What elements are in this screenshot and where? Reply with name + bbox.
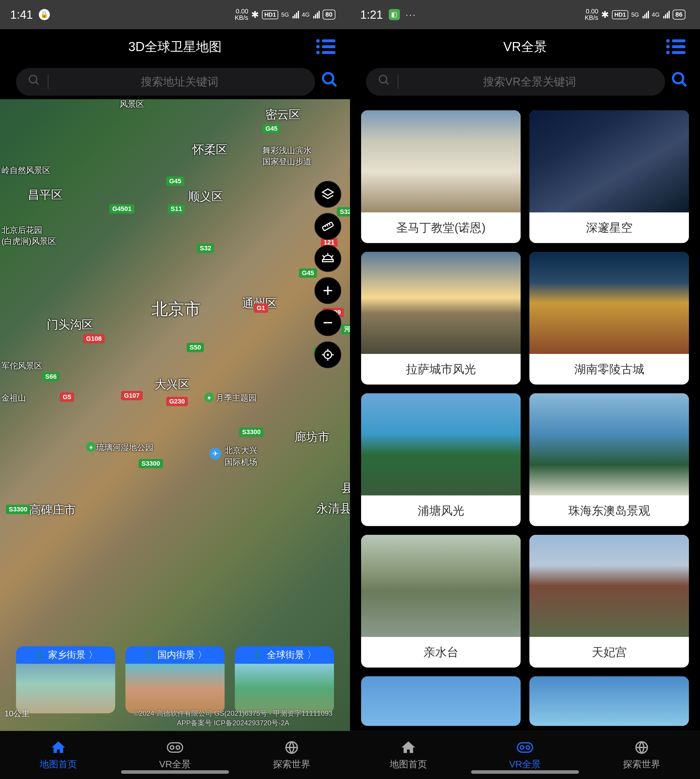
vr-card[interactable]: 浦塘风光 — [361, 393, 521, 526]
hd-icon: HD1 — [612, 10, 628, 19]
app-badge-icon: ◧ — [389, 9, 400, 20]
bluetooth-icon: ✱ — [251, 9, 259, 20]
magnify-icon — [378, 74, 390, 90]
person-pin-icon: 👤 — [252, 649, 264, 661]
svg-point-2 — [323, 73, 333, 83]
vr-card-label: 天妃宫 — [529, 637, 689, 667]
home-indicator[interactable] — [471, 770, 579, 774]
svg-rect-22 — [167, 743, 183, 752]
search-input[interactable]: 搜索地址关键词 — [16, 68, 315, 96]
airport-icon: ✈ — [209, 448, 221, 460]
svg-point-23 — [170, 746, 174, 749]
vr-card[interactable] — [361, 676, 521, 726]
svg-line-29 — [682, 82, 686, 86]
vr-grid[interactable]: 圣马丁教堂(诺恩)深邃星空拉萨城市风光湖南零陵古城浦塘风光珠海东澳岛景观亲水台天… — [350, 99, 700, 731]
page-title: VR全景 — [503, 38, 547, 55]
home-icon — [400, 739, 417, 756]
vr-card-label: 亲水台 — [361, 637, 521, 667]
svg-point-17 — [327, 354, 328, 355]
road-badge: G1 — [254, 304, 268, 313]
chevron-right-icon: 〉 — [307, 649, 317, 661]
road-badge: G4501 — [109, 204, 135, 214]
search-row-right: 搜索VR全景关键词 — [350, 64, 700, 99]
hd-icon: HD1 — [262, 10, 278, 19]
vr-card[interactable] — [529, 676, 689, 726]
svg-line-7 — [327, 225, 328, 227]
map-place-label: 国家登山步道 — [262, 156, 312, 167]
bluetooth-icon: ✱ — [601, 9, 609, 20]
zoom-out-button[interactable] — [314, 309, 341, 336]
layers-button[interactable] — [314, 181, 341, 208]
road-badge: S66 — [42, 372, 60, 381]
nav-explore[interactable]: 探索世界 — [233, 731, 350, 779]
magnify-icon — [28, 74, 40, 90]
road-badge: 河 — [341, 324, 350, 334]
search-placeholder: 搜索地址关键词 — [56, 74, 303, 89]
person-pin-icon: 👤 — [143, 649, 155, 661]
vr-card[interactable]: 深邃星空 — [529, 110, 689, 243]
status-bar-right: 1:21 ◧ ··· 0.00KB/s ✱ HD1 5G 4G 86 — [350, 0, 700, 29]
vr-card[interactable]: 湖南零陵古城 — [529, 252, 689, 385]
vr-thumbnail — [361, 676, 521, 726]
status-kbs: 0.00KB/s — [585, 8, 598, 21]
vr-card[interactable]: 天妃宫 — [529, 535, 689, 667]
svg-point-32 — [526, 746, 530, 749]
home-indicator[interactable] — [121, 770, 229, 774]
menu-list-icon[interactable] — [316, 39, 335, 54]
map-canvas[interactable]: 风景区密云区怀柔区舞彩浅山滨水国家登山步道岭自然风景区昌平区顺义区北京后花园(白… — [0, 99, 350, 731]
map-place-label: 怀柔区 — [192, 142, 228, 158]
map-place-label: 金祖山 — [2, 392, 26, 404]
street-card-global[interactable]: 👤全球街景〉 — [235, 646, 334, 713]
vr-card[interactable]: 亲水台 — [361, 535, 521, 667]
street-cards: 👤家乡街景〉 👤国内街景〉 👤全球街景〉 — [0, 646, 350, 713]
locate-button[interactable] — [314, 341, 341, 368]
map-place-label: 县 — [341, 480, 350, 496]
park-icon: ♠ — [204, 392, 214, 402]
road-badge: S3300 — [239, 427, 264, 437]
search-input[interactable]: 搜索VR全景关键词 — [366, 68, 665, 96]
svg-line-27 — [386, 82, 388, 84]
search-button[interactable] — [671, 71, 688, 92]
nav-map-home[interactable]: 地图首页 — [350, 731, 467, 779]
vr-card[interactable]: 拉萨城市风光 — [361, 252, 521, 385]
vr-card-label: 深邃星空 — [529, 212, 689, 243]
vr-thumbnail — [361, 252, 521, 354]
page-title: 3D全球卫星地图 — [128, 38, 222, 55]
map-place-label: 昌平区 — [28, 187, 63, 203]
road-badge: S11 — [168, 204, 185, 214]
vr-icon — [516, 739, 534, 756]
road-badge: G107 — [121, 391, 143, 400]
vr-thumbnail — [529, 252, 689, 354]
map-place-label: 风景区 — [120, 99, 144, 110]
vr-thumbnail — [361, 535, 521, 637]
map-place-label: 国际机场 — [225, 457, 257, 468]
map-place-label: 岭自然风景区 — [2, 165, 50, 176]
zoom-in-button[interactable] — [314, 277, 341, 304]
signal-icon-2 — [663, 11, 670, 18]
menu-list-icon[interactable] — [666, 39, 685, 54]
search-button[interactable] — [321, 71, 338, 92]
app-header-right: VR全景 — [350, 29, 700, 64]
street-card-home[interactable]: 👤家乡街景〉 — [16, 646, 115, 713]
search-row-left: 搜索地址关键词 — [0, 64, 350, 99]
vr-card[interactable]: 珠海东澳岛景观 — [529, 393, 689, 526]
svg-point-24 — [176, 746, 180, 749]
status-kbs: 0.00KB/s — [235, 8, 248, 21]
map-scale: 10公里 — [4, 708, 30, 719]
svg-point-26 — [380, 75, 387, 83]
nav-explore[interactable]: 探索世界 — [583, 731, 700, 779]
alert-button[interactable] — [314, 245, 341, 272]
street-card-domestic[interactable]: 👤国内街景〉 — [125, 646, 225, 713]
chevron-right-icon: 〉 — [198, 649, 207, 661]
map-place-label: 北京后花园 — [2, 225, 42, 236]
vr-card-label: 湖南零陵古城 — [529, 354, 689, 385]
ruler-button[interactable] — [314, 213, 341, 240]
vr-card[interactable]: 圣马丁教堂(诺恩) — [361, 110, 521, 243]
globe-icon — [283, 739, 300, 756]
svg-line-10 — [332, 255, 333, 257]
vr-card-label: 浦塘风光 — [361, 495, 521, 526]
nav-map-home[interactable]: 地图首页 — [0, 731, 117, 779]
vr-thumbnail — [361, 393, 521, 495]
globe-icon — [633, 739, 650, 756]
map-tools — [314, 181, 341, 368]
